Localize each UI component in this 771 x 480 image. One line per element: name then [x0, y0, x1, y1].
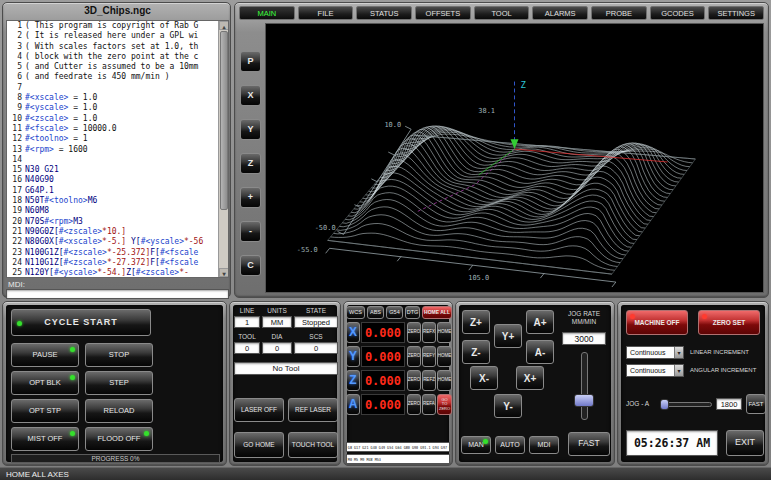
axis-a-button[interactable]: A	[346, 394, 360, 415]
tab-tool[interactable]: TOOL	[474, 6, 530, 20]
tab-offsets[interactable]: OFFSETS	[415, 6, 471, 20]
line-number: 18	[7, 196, 25, 206]
gcode-viewer[interactable]: 1( This program is copyright of Rab G2( …	[6, 20, 229, 278]
gcode-scrollbar[interactable]: ▲ ▼	[218, 21, 228, 277]
jog-z-minus-button[interactable]: Z-	[462, 340, 490, 364]
flood-button[interactable]: FLOOD OFF	[85, 427, 153, 451]
step-button[interactable]: STEP	[85, 371, 153, 395]
tab-alarms[interactable]: ALARMS	[532, 6, 588, 20]
wcs-button[interactable]: WCS	[346, 306, 365, 319]
tab-file[interactable]: FILE	[298, 6, 354, 20]
view-button-y[interactable]: Y	[240, 119, 261, 140]
laser-off-button[interactable]: LASER OFF	[234, 398, 284, 422]
home-z-button[interactable]: HOME	[437, 370, 452, 391]
view-button-x[interactable]: X	[240, 85, 261, 106]
axis-y-button[interactable]: Y	[346, 346, 360, 367]
pause-button[interactable]: PAUSE	[11, 343, 79, 367]
line-number: 20	[7, 217, 25, 227]
zero-z-button[interactable]: ZERO	[407, 370, 421, 391]
jog-rate-slider-thumb[interactable]	[574, 394, 594, 407]
stop-button[interactable]: STOP	[85, 343, 153, 367]
view-button-zoom-in[interactable]: +	[240, 187, 261, 208]
machine-off-button[interactable]: MACHINE OFF	[626, 310, 688, 335]
touch-tool-button[interactable]: TOUCH TOOL	[288, 432, 338, 458]
line-text: N90G0Z[#<zscale>*10.]	[25, 227, 228, 237]
chevron-down-icon[interactable]: ▾	[674, 365, 683, 376]
scs-value: 0	[294, 342, 338, 354]
dtg-button[interactable]: DTG	[405, 306, 420, 319]
go-to-zero-button[interactable]: GO TO ZERO	[437, 394, 452, 415]
line-text: ( This program is copyright of Rab G	[25, 21, 228, 31]
man-mode-button[interactable]: MAN	[461, 436, 491, 454]
jog-y-plus-button[interactable]: Y+	[494, 324, 522, 348]
scroll-up-icon[interactable]: ▲	[219, 21, 229, 30]
scrollbar-thumb[interactable]	[220, 31, 228, 210]
ref-laser-button[interactable]: REF LASER	[288, 398, 338, 422]
opt-stp-label: OPT STP	[29, 407, 61, 415]
tool-header: TOOL	[234, 333, 260, 340]
jog-x-minus-button[interactable]: X-	[470, 366, 498, 390]
view-button-p[interactable]: P	[240, 51, 261, 72]
pause-led	[70, 347, 75, 352]
jog-rate-slider-track[interactable]	[581, 352, 588, 420]
ref-z-button[interactable]: REFZ	[422, 370, 436, 391]
y-ruler-min-label: -55.0	[297, 246, 318, 254]
abs-button[interactable]: ABS	[367, 306, 384, 319]
ref-a-button[interactable]: REFA	[422, 394, 436, 415]
active-mcodes-strip: M0 M5 M9 M48 M53	[346, 454, 450, 464]
axis-z-button[interactable]: Z	[346, 370, 360, 391]
exit-button[interactable]: EXIT	[726, 430, 764, 456]
angular-increment-select[interactable]: Continuous ▾	[626, 364, 684, 377]
ref-x-button[interactable]: REFX	[422, 322, 436, 343]
stop-label: STOP	[109, 351, 129, 359]
backplot-viewport[interactable]: 10.0 -50.0 38.1 105.0 -55.0 Z	[265, 23, 764, 293]
jog-z-plus-button[interactable]: Z+	[462, 310, 490, 334]
jog-fast-button[interactable]: FAST	[568, 432, 610, 456]
zero-a-button[interactable]: ZERO	[407, 394, 421, 415]
mdi-mode-button[interactable]: MDI	[529, 436, 559, 454]
zero-set-button[interactable]: ZERO SET	[698, 310, 760, 335]
tab-settings[interactable]: SETTINGS	[708, 6, 764, 20]
view-button-clear[interactable]: C	[240, 255, 261, 276]
zero-y-button[interactable]: ZERO	[407, 346, 421, 367]
jog-a-minus-button[interactable]: A-	[526, 340, 554, 364]
home-all-button[interactable]: HOME ALL	[422, 306, 452, 319]
jog-x-plus-button[interactable]: X+	[516, 366, 544, 390]
tab-main[interactable]: MAIN	[239, 6, 295, 20]
view-button-z[interactable]: Z	[240, 153, 261, 174]
jog-a-value[interactable]: 1800	[716, 398, 742, 410]
tab-gcodes[interactable]: GCODES	[650, 6, 706, 20]
axis-x-button[interactable]: X	[346, 322, 360, 343]
auto-mode-button[interactable]: AUTO	[495, 436, 525, 454]
ref-y-button[interactable]: REFY	[422, 346, 436, 367]
reload-button[interactable]: RELOAD	[85, 399, 153, 423]
view-button-zoom-out[interactable]: -	[240, 221, 261, 242]
chevron-down-icon[interactable]: ▾	[674, 347, 683, 358]
jog-rate-value[interactable]: 3000	[562, 332, 606, 345]
jog-y-minus-button[interactable]: Y-	[494, 394, 522, 418]
optional-stop-button[interactable]: OPT STP	[11, 399, 79, 423]
cycle-start-button[interactable]: CYCLE START	[11, 309, 151, 336]
mist-button[interactable]: MIST OFF	[11, 427, 79, 451]
zero-x-button[interactable]: ZERO	[407, 322, 421, 343]
jog-a-slider-thumb[interactable]	[660, 399, 669, 410]
linear-increment-select[interactable]: Continuous ▾	[626, 346, 684, 359]
go-home-button[interactable]: GO HOME	[234, 432, 284, 458]
mdi-input[interactable]	[6, 289, 229, 299]
line-text: N50T#<toolno>M6	[25, 196, 228, 206]
opt-blk-led	[70, 375, 75, 380]
tab-status[interactable]: STATUS	[356, 6, 412, 20]
tab-probe[interactable]: PROBE	[591, 6, 647, 20]
home-x-button[interactable]: HOME	[437, 322, 452, 343]
line-number: 9	[7, 103, 25, 113]
optional-block-button[interactable]: OPT BLK	[11, 371, 79, 395]
jog-a-fast-button[interactable]: FAST	[746, 394, 766, 414]
scroll-down-icon[interactable]: ▼	[219, 268, 229, 277]
units-value: MM	[262, 316, 292, 328]
home-y-button[interactable]: HOME	[437, 346, 452, 367]
line-number: 24	[7, 258, 25, 268]
dro-x-value: 0.000	[361, 322, 405, 343]
g54-button[interactable]: G54	[386, 306, 403, 319]
backplot-scanline	[331, 233, 615, 270]
jog-a-plus-button[interactable]: A+	[526, 310, 554, 334]
